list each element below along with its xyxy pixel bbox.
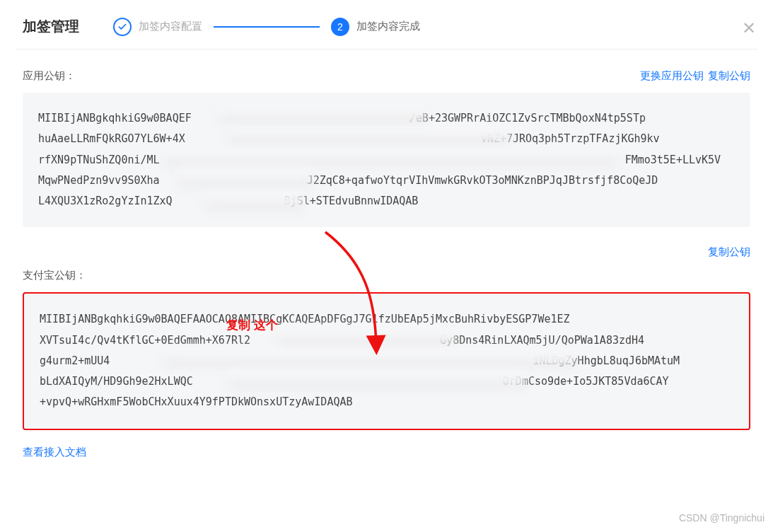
redaction-blur: [221, 105, 426, 124]
docs-link[interactable]: 查看接入文档: [23, 446, 86, 458]
signing-management-modal: 加签管理 加签内容配置 2 加签内容完成 ✕ 应用公钥： 更换应用公钥 复制公钥: [0, 0, 773, 532]
key-text: g4urm2+mUU4: [40, 354, 110, 367]
redaction-blur: [178, 169, 313, 187]
key-text: FMmo3t5E+LLvK5V: [625, 154, 721, 166]
app-key-header: 应用公钥： 更换应用公钥 复制公钥: [23, 69, 750, 83]
alipay-key-box: MIIBIjANBgkqhkiG9w0BAQEFAAOCAQ8AMIIBCgKC…: [23, 292, 750, 429]
key-text: MqwPNedPzn9vv9S0Xha: [38, 174, 160, 187]
change-app-key-link[interactable]: 更换应用公钥: [640, 69, 704, 83]
watermark: CSDN @Tingnichui: [679, 512, 765, 524]
copy-app-key-link[interactable]: 复制公钥: [708, 69, 750, 83]
key-text: bLdXAIQyM/HD9Gh9e2HxLWQC: [40, 375, 193, 388]
redaction-blur: [279, 328, 455, 346]
step-1-label: 加签内容配置: [139, 20, 202, 33]
redaction-blur: [205, 192, 304, 210]
modal-header: 加签管理 加签内容配置 2 加签内容完成 ✕: [16, 0, 757, 50]
app-key-box: MIIBIjANBgkqhkiG9w0BAQEF /eB+23GWPRrAiOZ…: [23, 93, 750, 227]
app-key-label: 应用公钥：: [23, 69, 640, 83]
key-text: Gy8Dns4RinLXAQm5jU/QoPWa1A83zdH4: [440, 334, 644, 347]
step-indicator: 加签内容配置 2 加签内容完成: [113, 18, 420, 36]
key-text: MIIBIjANBgkqhkiG9w0BAQEF: [38, 112, 192, 125]
key-text: +vpvQ+wRGHxmF5WobCHxXuux4Y9fPTDkWOnsxUTz…: [40, 395, 353, 408]
key-text: J2ZqC8+qafwoYtqrVIhVmwkGRvkOT3oMNKznBPJq…: [307, 174, 658, 187]
modal-title: 加签管理: [23, 17, 79, 36]
alipay-key-label: 支付宝公钥：: [23, 269, 750, 282]
key-text: OrDmCso9de+Io5JKT85Vda6CAY: [503, 375, 669, 388]
redaction-blur: [165, 349, 576, 367]
step-1: 加签内容配置: [113, 18, 202, 36]
alipay-key-header: 支付宝公钥：: [23, 269, 750, 282]
step-2: 2 加签内容完成: [331, 18, 420, 36]
copy-key-link[interactable]: 复制公钥: [708, 245, 750, 259]
key-text: XVTsuI4c/Qv4tKflGC+0EdGmmh+X67Rl2: [40, 334, 250, 347]
step-2-number: 2: [331, 18, 349, 36]
step-2-label: 加签内容完成: [356, 20, 420, 33]
redaction-blur: [229, 370, 526, 388]
redaction-blur: [164, 148, 617, 166]
key-text: L4XQU3X1zRo2gYzIn1ZxQ: [38, 195, 173, 207]
key-text: 8jSl+STEdvuBnnwIDAQAB: [284, 195, 419, 207]
step-connector: [214, 26, 320, 28]
key-text: huAaeLLRmFQkRGO7YL6W+4X: [38, 132, 185, 145]
key-text: /eB+23GWPRrAiOZC1ZvSrcTMBbQoxN4tp5STp: [409, 112, 646, 125]
key-text: rfXN9pTNuShZQ0ni/ML: [38, 154, 160, 166]
check-icon: [113, 18, 132, 36]
key-text: MIIBIjANBgkqhkiG9w0BAQEFAAOCAQ8AMIIBCgKC…: [40, 313, 570, 325]
modal-content: 应用公钥： 更换应用公钥 复制公钥 MIIBIjANBgkqhkiG9w0BAQ…: [16, 50, 757, 459]
close-icon[interactable]: ✕: [742, 20, 756, 37]
redaction-blur: [228, 127, 511, 145]
